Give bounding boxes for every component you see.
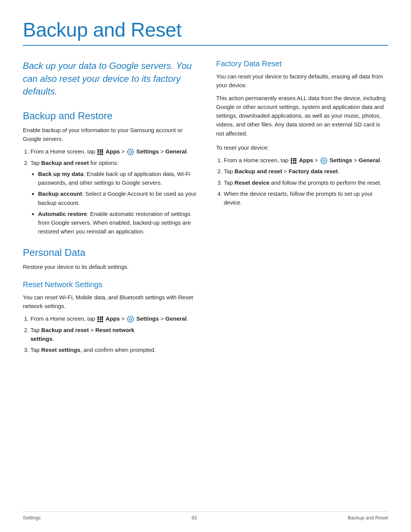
bullet-automatic-restore: Automatic restore: Enable automatic rest… bbox=[38, 209, 198, 236]
backup-restore-steps: From a Home screen, tap Apps > bbox=[23, 147, 198, 236]
backup-restore-intro: Enable backup of your information to you… bbox=[23, 126, 198, 144]
svg-line-16 bbox=[128, 317, 129, 318]
section-heading-personal-data: Personal Data bbox=[23, 247, 198, 259]
factory-reset-step-1: From a Home screen, tap Apps > bbox=[224, 156, 388, 165]
reset-network-step-1: From a Home screen, tap Apps > bbox=[30, 314, 198, 323]
reset-network-step-2: Tap Backup and reset > Reset networksett… bbox=[30, 326, 198, 343]
right-column: Factory Data Reset You can reset your de… bbox=[216, 59, 388, 358]
svg-line-19 bbox=[128, 321, 129, 321]
left-column: Back up your data to Google servers. You… bbox=[23, 59, 198, 358]
factory-reset-intro: To reset your device: bbox=[216, 143, 388, 152]
bullet-back-up-my-data: Back up my data: Enable back up of appli… bbox=[38, 169, 198, 187]
footer-right: Backup and Reset bbox=[348, 515, 388, 521]
general-label-3: General bbox=[358, 157, 380, 163]
svg-line-6 bbox=[128, 150, 129, 150]
svg-point-11 bbox=[129, 318, 131, 320]
apps-icon-3 bbox=[291, 158, 296, 164]
svg-line-7 bbox=[132, 153, 133, 154]
reset-network-steps: From a Home screen, tap Apps > bbox=[23, 314, 198, 354]
factory-reset-steps: From a Home screen, tap Apps > bbox=[216, 156, 388, 207]
settings-icon-1 bbox=[127, 149, 134, 155]
personal-data-intro: Restore your device to its default setti… bbox=[23, 262, 198, 271]
page-footer: Settings 93 Backup and Reset bbox=[23, 511, 388, 521]
svg-line-26 bbox=[322, 158, 322, 159]
footer-left: Settings bbox=[23, 515, 41, 521]
apps-label-1: Apps bbox=[105, 148, 120, 155]
section-heading-reset-network: Reset Network Settings bbox=[23, 280, 198, 289]
general-label-1: General bbox=[165, 148, 186, 155]
section-heading-factory-reset: Factory Data Reset bbox=[216, 59, 388, 68]
svg-line-18 bbox=[132, 317, 133, 318]
tagline: Back up your data to Google servers. You… bbox=[23, 59, 198, 98]
settings-label-3: Settings bbox=[330, 157, 352, 163]
svg-point-21 bbox=[323, 160, 325, 161]
apps-label-2: Apps bbox=[105, 315, 120, 322]
factory-reset-p2: This action permanently erases ALL data … bbox=[216, 94, 388, 138]
svg-line-28 bbox=[325, 158, 326, 159]
svg-line-27 bbox=[325, 162, 326, 163]
backup-restore-step-2: Tap Backup and reset for options: Back u… bbox=[30, 158, 198, 236]
backup-restore-step-1: From a Home screen, tap Apps > bbox=[30, 147, 198, 156]
title-divider bbox=[23, 45, 388, 46]
svg-line-29 bbox=[322, 162, 322, 163]
svg-line-8 bbox=[132, 150, 133, 150]
apps-label-3: Apps bbox=[299, 157, 313, 163]
reset-network-intro: You can reset Wi-Fi, Mobile data, and Bl… bbox=[23, 293, 198, 311]
svg-line-9 bbox=[128, 153, 129, 154]
svg-point-1 bbox=[129, 151, 131, 153]
settings-icon-3 bbox=[320, 157, 327, 164]
factory-reset-step-2: Tap Backup and reset > Factory data rese… bbox=[224, 167, 388, 176]
settings-label-2: Settings bbox=[136, 315, 159, 322]
bullet-backup-account: Backup account: Select a Google Account … bbox=[38, 189, 198, 207]
reset-network-step-3: Tap Reset settings, and confirm when pro… bbox=[30, 345, 198, 354]
footer-page-number: 93 bbox=[191, 515, 197, 521]
svg-line-17 bbox=[132, 321, 133, 321]
factory-reset-step-4: When the device restarts, follow the pro… bbox=[224, 189, 388, 207]
backup-restore-bullets: Back up my data: Enable back up of appli… bbox=[38, 169, 198, 236]
settings-label-1: Settings bbox=[136, 148, 159, 155]
settings-icon-2 bbox=[127, 316, 134, 323]
factory-reset-p1: You can reset your device to factory def… bbox=[216, 72, 388, 90]
section-heading-backup-restore: Backup and Restore bbox=[23, 110, 198, 122]
backup-reset-label-1: Backup and reset bbox=[41, 160, 89, 166]
general-label-2: General bbox=[165, 315, 186, 322]
apps-icon-1 bbox=[97, 149, 103, 155]
factory-reset-step-3: Tap Reset device and follow the prompts … bbox=[224, 178, 388, 187]
main-content: Back up your data to Google servers. You… bbox=[23, 59, 388, 358]
apps-icon-2 bbox=[97, 316, 103, 322]
page-title: Backup and Reset bbox=[23, 18, 388, 41]
